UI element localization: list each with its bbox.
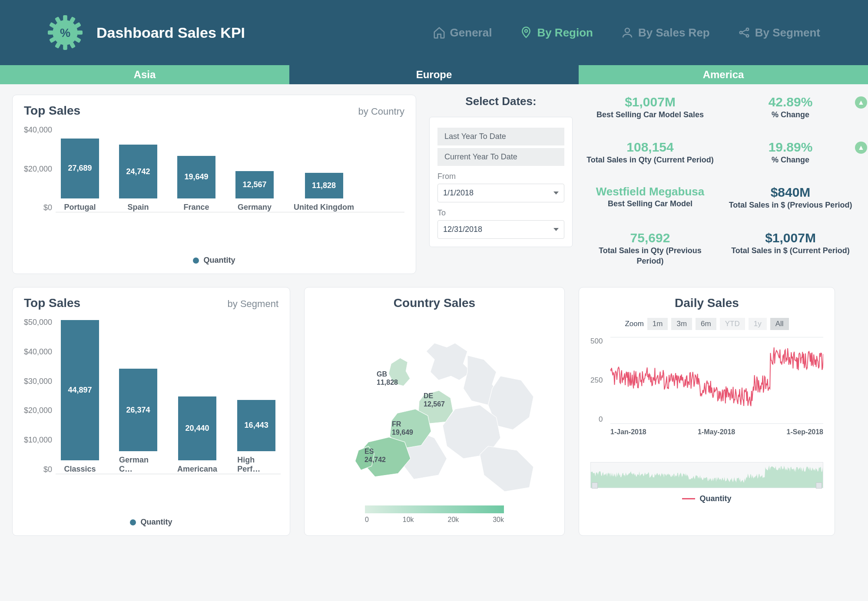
kpi-value: $1,007M [726, 231, 855, 245]
bar[interactable]: 12,567 [235, 171, 274, 198]
nav-label: General [450, 26, 492, 40]
map-label-de: DE 12,567 [424, 392, 445, 408]
legend: Quantity [590, 494, 823, 503]
map-label-gb: GB 11,828 [377, 370, 398, 386]
kpi-curr-dollar: $1,007M Total Sales in $ (Current Period… [726, 231, 855, 274]
bar-col: 26,374German C… [119, 369, 157, 474]
svg-point-3 [525, 30, 527, 32]
nav-label: By Region [537, 26, 593, 40]
card-title: Top Sales [24, 104, 80, 118]
range-handle-left[interactable] [592, 482, 598, 489]
kpi-best-sales: $1,007M Best Selling Car Model Sales [586, 95, 715, 128]
bar[interactable]: 11,828 [305, 173, 343, 198]
kpi-value: $1,007M [586, 95, 715, 109]
region-tab-america[interactable]: America [579, 65, 868, 84]
region-tab-europe[interactable]: Europe [289, 65, 579, 84]
card-title: Country Sales [394, 296, 475, 310]
svg-point-4 [625, 28, 629, 33]
bar[interactable]: 24,742 [119, 145, 157, 198]
zoom-ytd-button[interactable]: YTD [720, 318, 745, 330]
kpi-best-model: Westfield Megabusa Best Selling Car Mode… [586, 185, 715, 218]
kpi-prev-dollar: $840M Total Sales in $ (Previous Period) [726, 185, 855, 218]
nav-tab-segment[interactable]: By Segment [738, 26, 820, 40]
y-tick: $10,000 [24, 436, 52, 445]
bar-label: Classics [64, 465, 96, 474]
pin-icon [520, 26, 533, 39]
svg-text:%: % [60, 26, 70, 40]
zoom-1m-button[interactable]: 1m [647, 318, 668, 330]
svg-rect-1 [63, 15, 67, 21]
logo-badge: % [48, 15, 83, 50]
kpi-value: 42.89% [726, 95, 855, 109]
bar[interactable]: 20,440 [178, 396, 216, 460]
kpi-value: 108,154 [586, 140, 715, 155]
zoom-controls: Zoom 1m 3m 6m YTD 1y All [590, 318, 823, 330]
top-country-chart[interactable]: $40,000$20,000$027,689Portugal24,742Spai… [24, 125, 404, 238]
card-title: Top Sales [24, 296, 80, 310]
kpi-value: 75,692 [586, 231, 715, 245]
bar-label: Portugal [64, 203, 96, 212]
to-date-select[interactable]: 12/31/2018 [437, 220, 564, 239]
kpi-label: % Change [726, 155, 855, 165]
x-tick: 1-May-2018 [698, 428, 735, 436]
nav-label: By Segment [755, 26, 820, 40]
bar[interactable]: 19,649 [177, 156, 215, 198]
x-tick: 1-Sep-2018 [787, 428, 824, 436]
kpi-grid: $1,007M Best Selling Car Model Sales 42.… [586, 95, 855, 274]
svg-point-6 [746, 28, 749, 31]
y-tick: $40,000 [24, 347, 52, 357]
scale-tick: 10k [403, 516, 414, 524]
page-title: Dashboard Sales KPI [96, 24, 245, 41]
line-chart-icon [610, 337, 823, 423]
from-date-select[interactable]: 1/1/2018 [437, 184, 564, 202]
nav-tab-salesrep[interactable]: By Sales Rep [621, 26, 710, 40]
bar-label: German C… [119, 456, 157, 474]
top-sales-segment-card: Top Sales by Segment $50,000$40,000$30,0… [12, 287, 290, 536]
nav-label: By Sales Rep [638, 26, 710, 40]
chevron-down-icon [553, 192, 559, 195]
user-icon [621, 26, 634, 39]
bar[interactable]: 16,443 [237, 400, 275, 451]
y-tick: $40,000 [24, 125, 52, 135]
card-subtitle: by Country [358, 106, 404, 117]
range-navigator[interactable] [590, 462, 823, 488]
bar-label: Spain [128, 203, 149, 212]
country-sales-map[interactable]: GB 11,828 DE 12,567 FR 19,649 ES 24,742 [316, 318, 553, 500]
arrow-up-icon: ▲ [855, 142, 867, 154]
kpi-label: Total Sales in Qty (Previous Period) [586, 245, 715, 267]
top-segment-chart[interactable]: $50,000$40,000$30,000$20,000$10,000$044,… [24, 318, 278, 500]
nav-tab-general[interactable]: General [433, 26, 492, 40]
zoom-all-button[interactable]: All [770, 318, 789, 330]
bar-label: France [184, 203, 209, 212]
kpi-label: % Change [726, 109, 855, 120]
bar-label: Germany [238, 203, 272, 212]
svg-point-5 [739, 31, 742, 34]
svg-point-7 [746, 35, 749, 37]
current-year-button[interactable]: Current Year To Date [437, 148, 564, 166]
bar[interactable]: 27,689 [61, 139, 99, 198]
last-year-button[interactable]: Last Year To Date [437, 128, 564, 145]
bar-col: 27,689Portugal [61, 139, 99, 212]
from-label: From [437, 172, 564, 181]
bar[interactable]: 26,374 [119, 369, 157, 451]
region-tab-asia[interactable]: Asia [0, 65, 289, 84]
bar[interactable]: 44,897 [61, 320, 99, 460]
bar-col: 19,649France [177, 156, 215, 212]
zoom-6m-button[interactable]: 6m [696, 318, 716, 330]
nav-tab-region[interactable]: By Region [520, 26, 593, 40]
zoom-label: Zoom [625, 320, 643, 328]
scale-labels: 0 10k 20k 30k [365, 516, 504, 524]
bar-col: 44,897Classics [61, 320, 99, 474]
zoom-1y-button[interactable]: 1y [749, 318, 767, 330]
range-handle-right[interactable] [816, 482, 822, 489]
bar-col: 16,443High Perf… [237, 400, 275, 474]
map-label-es: ES 24,742 [364, 447, 386, 464]
europe-map-icon [326, 327, 543, 492]
bar-col: 11,828United Kingdom [294, 173, 354, 212]
y-tick: 0 [599, 415, 603, 424]
zoom-3m-button[interactable]: 3m [671, 318, 692, 330]
region-tabs: Asia Europe America [0, 65, 868, 84]
bar-col: 12,567Germany [235, 171, 274, 212]
y-tick: $30,000 [24, 377, 52, 386]
daily-sales-chart[interactable]: 500 250 0 1-Jan-2018 1-May-2018 1-Sep-20… [590, 337, 823, 441]
